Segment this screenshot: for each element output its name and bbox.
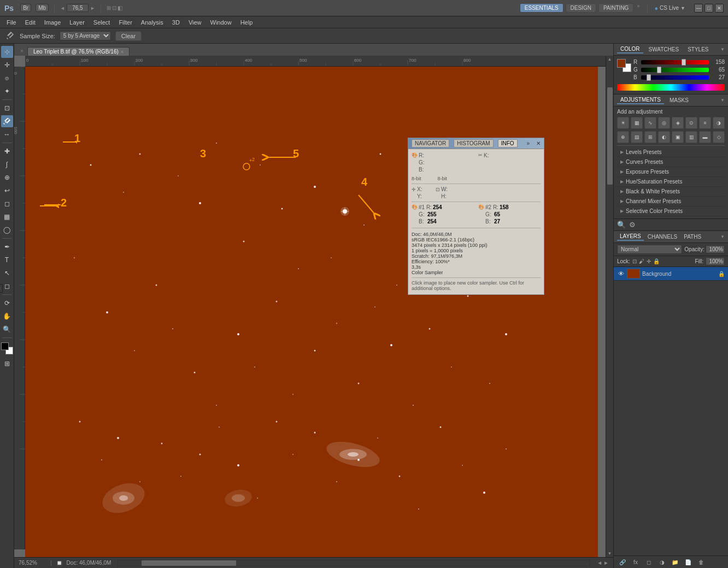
color-panel-collapse[interactable]: ▼ [720, 47, 725, 52]
delete-layer-btn[interactable]: 🗑 [696, 558, 707, 566]
vscroll-up[interactable]: ▲ [607, 56, 613, 63]
tool-3d[interactable]: ⟳ [1, 297, 13, 309]
masks-tab-btn[interactable]: MASKS [666, 97, 692, 104]
lock-all-icon[interactable]: 🔒 [653, 258, 660, 264]
hscroll[interactable] [118, 560, 590, 566]
tool-history-brush[interactable]: ↩ [1, 185, 13, 197]
menu-edit[interactable]: Edit [21, 18, 40, 27]
adj-gradient-map-icon[interactable]: ▬ [699, 131, 711, 143]
tool-pen[interactable]: ✒ [1, 241, 13, 253]
tool-brush[interactable]: ∫ [1, 158, 13, 170]
vscroll-thumb[interactable] [607, 87, 613, 185]
tool-zoom[interactable]: 🔍 [1, 323, 13, 335]
new-layer-btn[interactable]: 📄 [683, 558, 694, 566]
close-btn[interactable]: ✕ [715, 4, 724, 13]
fg-color-chip[interactable] [617, 59, 626, 68]
clear-button[interactable]: Clear [115, 31, 142, 41]
ws-essentials-btn[interactable]: ESSENTIALS [520, 3, 563, 13]
add-style-btn[interactable]: fx [630, 558, 641, 566]
hue-sat-presets-item[interactable]: ▶ Hue/Saturation Presets [617, 177, 725, 187]
curves-presets-item[interactable]: ▶ Curves Presets [617, 157, 725, 167]
adj-posterize-icon[interactable]: ▣ [672, 131, 684, 143]
tool-crop[interactable]: ⊡ [1, 102, 13, 114]
adj-exposure-icon[interactable]: ◎ [658, 117, 670, 129]
histogram-tab[interactable]: HISTOGRAM [454, 139, 493, 147]
adj-levels-icon[interactable]: ▦ [631, 117, 643, 129]
tool-stamp[interactable]: ⊕ [1, 171, 13, 184]
tool-move[interactable]: ✛ [1, 59, 13, 71]
channels-tab-btn[interactable]: CHANNELS [645, 233, 680, 240]
adj-photo-filter-icon[interactable]: ⊕ [617, 131, 629, 143]
sample-size-select[interactable]: 5 by 5 Average [60, 31, 111, 40]
layer-background[interactable]: 👁 Background 🔒 [614, 267, 728, 281]
menu-3d[interactable]: 3D [168, 18, 184, 27]
menu-analysis[interactable]: Analysis [137, 18, 168, 27]
ws-design-btn[interactable]: DESIGN [566, 3, 596, 13]
channel-mixer-presets-item[interactable]: ▶ Channel Mixer Presets [617, 197, 725, 206]
mini-bridge-btn[interactable]: Mb [36, 4, 49, 12]
color-tab-btn[interactable]: COLOR [617, 45, 643, 54]
lock-position-icon[interactable]: ✛ [647, 258, 651, 264]
navigator-tab[interactable]: NAVIGATOR [412, 139, 449, 147]
tool-gradient[interactable]: ▦ [1, 211, 13, 223]
menu-select[interactable]: Select [89, 18, 115, 27]
vscroll[interactable]: ▲ ▼ [606, 56, 613, 557]
adj-hue-icon[interactable]: ⊙ [685, 117, 697, 129]
panel-expand-icon[interactable]: » [526, 140, 530, 146]
blend-mode-select[interactable]: Normal [617, 245, 682, 254]
minimize-btn[interactable]: — [694, 4, 703, 13]
hscroll-thumb[interactable] [142, 560, 236, 566]
tool-ruler[interactable]: ↔ [1, 128, 13, 140]
adj-settings-icon[interactable]: ⚙ [629, 221, 636, 229]
menu-image[interactable]: Image [40, 18, 66, 27]
b-slider-track[interactable] [641, 75, 709, 80]
adj-colorbalance-icon[interactable]: ≡ [699, 117, 711, 129]
paths-tab-btn[interactable]: PATHS [681, 233, 704, 240]
tool-path-select[interactable]: ↖ [1, 267, 13, 279]
adj-color-lookup-icon[interactable]: ⊞ [644, 131, 656, 143]
tool-screen-mode[interactable]: ⊞ [1, 358, 13, 370]
add-mask-btn[interactable]: ◻ [643, 558, 654, 566]
swatches-tab-btn[interactable]: SWATCHES [645, 46, 683, 53]
link-layers-btn[interactable]: 🔗 [617, 558, 628, 566]
layer-eye-icon[interactable]: 👁 [617, 270, 625, 277]
adj-selective-color-icon[interactable]: ◇ [713, 131, 725, 143]
menu-file[interactable]: File [2, 18, 21, 27]
menu-layer[interactable]: Layer [65, 18, 89, 27]
exposure-presets-item[interactable]: ▶ Exposure Presets [617, 167, 725, 177]
fill-input[interactable] [706, 257, 725, 265]
adj-channel-mix-icon[interactable]: ▤ [631, 131, 643, 143]
tool-lasso[interactable]: ⌾ [1, 72, 13, 84]
tool-heal[interactable]: ✚ [1, 145, 13, 157]
tool-marquee[interactable]: ⊹ [1, 46, 13, 58]
adj-curves-icon[interactable]: ∿ [644, 117, 656, 129]
tool-magic-wand[interactable]: ✦ [1, 85, 13, 97]
color-spectrum[interactable] [617, 84, 725, 91]
b-slider-thumb[interactable] [647, 74, 651, 81]
adj-threshold-icon[interactable]: ▥ [685, 131, 697, 143]
r-slider-track[interactable] [641, 60, 709, 64]
menu-view[interactable]: View [184, 18, 206, 27]
selective-color-presets-item[interactable]: ▶ Selective Color Presets [617, 206, 725, 216]
r-slider-thumb[interactable] [682, 59, 686, 66]
lock-image-icon[interactable]: 🖌 [639, 258, 644, 264]
fg-color-swatch[interactable] [1, 342, 9, 350]
ws-painting-btn[interactable]: PAINTING [598, 3, 633, 13]
menu-window[interactable]: Window [206, 18, 236, 27]
adj-vibrance-icon[interactable]: ◈ [672, 117, 684, 129]
tool-eyedropper[interactable] [1, 115, 13, 127]
new-adj-btn[interactable]: ◑ [656, 558, 667, 566]
menu-help[interactable]: Help [236, 18, 257, 27]
adjustments-tab-btn[interactable]: ADJUSTMENTS [617, 96, 664, 104]
canvas[interactable]: + 2 1 2 3 4 5 [25, 67, 598, 557]
vscroll-down[interactable]: ▼ [607, 550, 613, 557]
scroll-right-btn[interactable]: ► [603, 560, 609, 566]
new-group-btn[interactable]: 📁 [670, 558, 680, 566]
tool-dodge[interactable]: ◯ [1, 224, 13, 236]
bw-presets-item[interactable]: ▶ Black & White Presets [617, 187, 725, 197]
panel-collapse-btn[interactable]: » [16, 46, 27, 56]
lock-transparency-icon[interactable]: ⊡ [632, 258, 637, 264]
canvas-tab[interactable]: Leo Triplet B.tif @ 76,5% (RGB/16) × [27, 47, 130, 56]
menu-filter[interactable]: Filter [114, 18, 136, 27]
info-tab[interactable]: INFO [498, 139, 518, 147]
